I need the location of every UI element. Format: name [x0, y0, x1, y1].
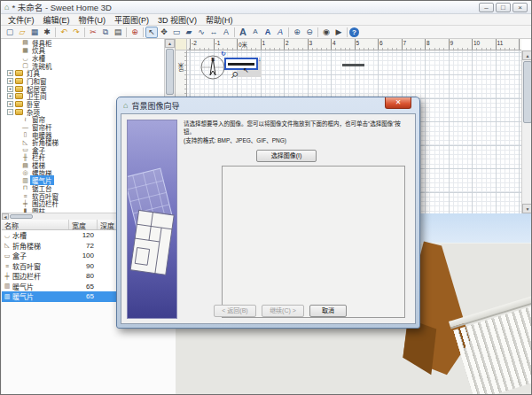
- zoom-in-icon[interactable]: ⊕: [291, 27, 303, 38]
- toolbar-separator: [55, 27, 56, 37]
- angled-staircase-icon: ◺: [2, 242, 12, 249]
- menu-e[interactable]: 编辑(E): [39, 14, 74, 26]
- dialog-title-bar[interactable]: ⌂ 背景图像向导: [117, 97, 419, 113]
- cell-width: 90: [67, 262, 96, 270]
- toolbar-separator: [234, 27, 235, 37]
- add-furniture-icon[interactable]: ⊕: [129, 27, 141, 38]
- save-home-icon[interactable]: ▦: [28, 27, 41, 38]
- expand-icon[interactable]: +: [7, 86, 13, 92]
- folder-icon: [15, 70, 23, 76]
- compass-icon[interactable]: N: [200, 54, 226, 81]
- plan-vertical-scrollbar[interactable]: ▲ ▼: [521, 50, 532, 213]
- cupboard-icon: ▤: [21, 39, 29, 46]
- folder-icon: [15, 101, 23, 107]
- dialog-close-button[interactable]: ✕: [385, 97, 411, 109]
- spiral-staircase-icon: ◎: [21, 169, 29, 176]
- sink-icon: ◡: [2, 232, 12, 239]
- tree-item[interactable]: ▤餐具柜: [2, 39, 165, 47]
- column-header-name[interactable]: 名称: [2, 220, 69, 229]
- toolbar-separator: [84, 27, 85, 37]
- back-button[interactable]: < 返回(B): [214, 305, 256, 317]
- create-video-icon[interactable]: ▶: [332, 27, 345, 38]
- bold-icon[interactable]: A: [262, 27, 274, 38]
- menu-f[interactable]: 文件(F): [4, 14, 39, 26]
- rotate-indicator-icon[interactable]: ↻: [221, 50, 226, 58]
- zoom-out-icon[interactable]: ⊖: [303, 27, 316, 38]
- decrease-text-size-icon[interactable]: A: [249, 27, 262, 38]
- radiator-icon: ▥: [2, 293, 12, 300]
- undo-icon[interactable]: ↶: [58, 27, 70, 38]
- cooker-icon: ▦: [21, 47, 29, 54]
- copy-icon[interactable]: ⧉: [99, 27, 112, 38]
- image-drop-area[interactable]: [222, 166, 405, 318]
- scroll-up-icon[interactable]: ▲: [522, 50, 532, 60]
- redo-icon[interactable]: ↷: [70, 27, 82, 38]
- create-walls-icon[interactable]: ▭: [170, 27, 183, 38]
- menu-bar: 文件(F)编辑(E)物件(U)平面图(P)3D 视图(V)帮助(H): [1, 14, 531, 26]
- create-dimensions-icon[interactable]: ↔: [207, 27, 220, 38]
- italic-icon[interactable]: A: [274, 27, 286, 38]
- create-photo-icon[interactable]: ◉: [320, 27, 332, 38]
- close-button[interactable]: ×: [512, 3, 528, 12]
- pan-mode-icon[interactable]: ✥: [158, 27, 170, 38]
- increase-text-size-icon[interactable]: A: [237, 27, 249, 38]
- menu-dv[interactable]: 3D 视图(V): [153, 14, 201, 26]
- choose-image-button[interactable]: 选择图像(I): [256, 150, 317, 162]
- wall-segment[interactable]: [342, 64, 364, 66]
- cancel-button[interactable]: 取消: [309, 305, 347, 317]
- add-text-icon[interactable]: A: [220, 27, 232, 38]
- preferences-icon[interactable]: ✱: [41, 27, 53, 38]
- expand-icon[interactable]: +: [7, 70, 13, 76]
- cell-width: 65: [67, 283, 96, 290]
- collapse-icon[interactable]: −: [7, 109, 13, 115]
- help-icon[interactable]: ?: [349, 27, 359, 37]
- cell-name: 围边栏杆: [12, 271, 67, 281]
- paste-icon[interactable]: ▤: [112, 27, 124, 38]
- ruler-label: 6: [379, 40, 383, 46]
- cell-width: 65: [67, 292, 96, 300]
- cell-name: 折角楼梯: [12, 241, 67, 251]
- scroll-down-icon[interactable]: ▼: [522, 204, 532, 213]
- scrollbar-thumb[interactable]: [10, 214, 33, 219]
- expand-icon[interactable]: +: [7, 93, 13, 99]
- staircase-icon: ▤: [21, 162, 29, 169]
- sink-icon: ◡: [21, 55, 29, 62]
- open-home-icon[interactable]: ▱: [16, 27, 28, 38]
- edge-railing-icon: ╪: [2, 273, 12, 279]
- column-header-width[interactable]: 宽度: [69, 220, 98, 229]
- ruler-label: 5: [356, 40, 360, 46]
- new-home-icon[interactable]: ▢: [4, 27, 16, 38]
- railing-icon: ╫: [21, 154, 29, 160]
- scroll-up-icon[interactable]: ▲: [165, 39, 175, 48]
- radiator-icon: ▥: [21, 177, 29, 184]
- menu-u[interactable]: 物件(U): [74, 14, 111, 26]
- expand-icon[interactable]: +: [7, 101, 13, 107]
- ruler-label: 10: [473, 40, 480, 46]
- scrollbar-thumb[interactable]: [166, 49, 174, 95]
- cell-name: 水槽: [12, 230, 67, 240]
- selected-radiator-plan[interactable]: [224, 58, 258, 70]
- create-polylines-icon[interactable]: ∿: [195, 27, 207, 38]
- toolbar-separator: [288, 27, 289, 37]
- scroll-left-icon[interactable]: ◄: [2, 213, 9, 220]
- expand-icon[interactable]: +: [7, 78, 13, 84]
- select-mode-icon[interactable]: ↖: [145, 27, 158, 38]
- edge-railing-icon: ╪: [21, 200, 29, 206]
- scrollbar-thumb[interactable]: [523, 61, 532, 123]
- menu-p[interactable]: 平面图(P): [110, 14, 153, 26]
- resize-indicator-icon[interactable]: ↕: [258, 56, 262, 62]
- continue-button[interactable]: 继续(C) >: [262, 305, 304, 317]
- menu-h[interactable]: 帮助(H): [201, 14, 238, 26]
- ruler-label: 8: [426, 40, 430, 46]
- minimize-button[interactable]: –: [479, 3, 494, 12]
- create-rooms-icon[interactable]: ▰: [183, 27, 195, 38]
- maximize-button[interactable]: □: [496, 3, 511, 12]
- tree-item[interactable]: ◡水槽: [2, 54, 165, 62]
- cut-icon[interactable]: ✂: [87, 27, 99, 38]
- tree-item[interactable]: ▦炊具: [2, 47, 165, 55]
- title-bar[interactable]: ⌂ * 未命名 - Sweet Home 3D –□×: [1, 1, 531, 14]
- dialog-body: 请选择想要导入的图像。您可以将图像文件拖放到下面的框内，也可单击“选择图像”按钮…: [121, 113, 416, 324]
- curtain-icon: ≀: [21, 116, 29, 123]
- folder-icon: [15, 109, 23, 115]
- box-icon: ▭: [21, 146, 29, 153]
